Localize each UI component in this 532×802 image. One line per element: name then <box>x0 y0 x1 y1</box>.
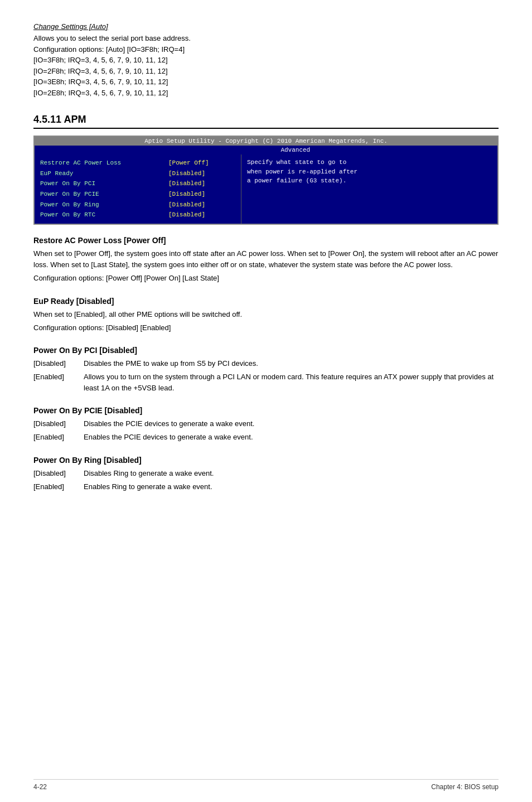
definition-row-4-1: [Enabled]Enables Ring to generate a wake… <box>33 481 499 492</box>
top-line-6: [IO=2E8h; IRQ=3, 4, 5, 6, 7, 9, 10, 11, … <box>33 88 499 99</box>
bios-value-5: [Disabled] <box>168 210 235 220</box>
bios-value-0: [Power Off] <box>168 158 235 168</box>
def-term-4-1: [Enabled] <box>33 481 84 492</box>
content-section-power-on-pcie: Power On By PCIE [Disabled][Disabled]Dis… <box>33 406 499 443</box>
bios-tab-bar: Advanced <box>35 146 497 154</box>
section-heading-eup-ready: EuP Ready [Disabled] <box>33 297 499 306</box>
content-section-power-on-ring: Power On By Ring [Disabled][Disabled]Dis… <box>33 456 499 492</box>
section-para-0-0: When set to [Power Off], the system goes… <box>33 248 499 270</box>
section-heading-power-on-pci: Power On By PCI [Disabled] <box>33 346 499 355</box>
top-section: Change Settings [Auto] Allows you to sel… <box>33 22 499 98</box>
section-heading-restore-ac: Restore AC Power Loss [Power Off] <box>33 236 499 245</box>
bios-left-item-3[interactable]: Power On By PCIE <box>40 189 157 200</box>
bios-value-2: [Disabled] <box>168 178 235 189</box>
definition-row-3-1: [Enabled]Enables the PCIE devices to gen… <box>33 432 499 443</box>
definition-list-power-on-pci: [Disabled]Disables the PME to wake up fr… <box>33 358 499 394</box>
section-para-0-1: Configuration options: [Power Off] [Powe… <box>33 273 499 284</box>
def-desc-3-0: Disables the PCIE devices to generate a … <box>84 418 499 429</box>
content-section-power-on-pci: Power On By PCI [Disabled][Disabled]Disa… <box>33 346 499 394</box>
bios-tab: Advanced <box>280 147 310 153</box>
bios-left-panel: Restrore AC Power Loss EuP Ready Power O… <box>35 154 163 224</box>
def-desc-3-1: Enables the PCIE devices to generate a w… <box>84 432 499 443</box>
definition-row-2-1: [Enabled]Allows you to turn on the syste… <box>33 371 499 394</box>
top-line-4: [IO=2F8h; IRQ=3, 4, 5, 6, 7, 9, 10, 11, … <box>33 66 499 77</box>
bios-left-item-2[interactable]: Power On By PCI <box>40 178 157 189</box>
page-footer: 4-22 Chapter 4: BIOS setup <box>33 779 499 791</box>
def-desc-2-1: Allows you to turn on the system through… <box>84 371 499 394</box>
bios-value-3: [Disabled] <box>168 189 235 200</box>
def-desc-4-0: Disables Ring to generate a wake event. <box>84 468 499 479</box>
definition-row-2-0: [Disabled]Disables the PME to wake up fr… <box>33 358 499 369</box>
section-heading-power-on-pcie: Power On By PCIE [Disabled] <box>33 406 499 415</box>
top-line-1: Allows you to select the serial port bas… <box>33 33 499 44</box>
definition-row-3-0: [Disabled]Disables the PCIE devices to g… <box>33 418 499 429</box>
bios-content: Restrore AC Power Loss EuP Ready Power O… <box>35 154 497 224</box>
def-term-3-0: [Disabled] <box>33 418 84 429</box>
top-line-3: [IO=3F8h; IRQ=3, 4, 5, 6, 7, 9, 10, 11, … <box>33 55 499 66</box>
def-term-3-1: [Enabled] <box>33 432 84 443</box>
bios-title: Aptio Setup Utility - Copyright (C) 2010… <box>144 138 388 144</box>
section-heading-power-on-ring: Power On By Ring [Disabled] <box>33 456 499 465</box>
bios-right-panel: Specify what state to go towhen power is… <box>241 154 497 224</box>
def-desc-4-1: Enables Ring to generate a wake event. <box>84 481 499 492</box>
bios-help-text: Specify what state to go towhen power is… <box>247 159 357 184</box>
section-heading: 4.5.11 APM <box>33 114 499 129</box>
sections-container: Restore AC Power Loss [Power Off]When se… <box>33 236 499 492</box>
definition-row-4-0: [Disabled]Disables Ring to generate a wa… <box>33 468 499 479</box>
footer-right: Chapter 4: BIOS setup <box>431 783 499 791</box>
top-line-2: Configuration options: [Auto] [IO=3F8h; … <box>33 44 499 55</box>
bios-middle-panel: [Power Off] [Disabled] [Disabled] [Disab… <box>163 154 241 224</box>
bios-ui-box: Aptio Setup Utility - Copyright (C) 2010… <box>33 136 499 225</box>
bios-value-1: [Disabled] <box>168 168 235 179</box>
bios-value-4: [Disabled] <box>168 200 235 210</box>
bios-title-bar: Aptio Setup Utility - Copyright (C) 2010… <box>35 137 497 146</box>
section-para-1-1: Configuration options: [Disabled] [Enabl… <box>33 322 499 334</box>
content-section-eup-ready: EuP Ready [Disabled]When set to [Enabled… <box>33 297 499 334</box>
def-term-4-0: [Disabled] <box>33 468 84 479</box>
def-term-2-0: [Disabled] <box>33 358 84 369</box>
bios-left-item-4[interactable]: Power On By Ring <box>40 200 157 210</box>
section-para-1-0: When set to [Enabled], all other PME opt… <box>33 309 499 320</box>
def-desc-2-0: Disables the PME to wake up from S5 by P… <box>84 358 499 369</box>
bios-left-item-0[interactable]: Restrore AC Power Loss <box>40 158 157 168</box>
def-term-2-1: [Enabled] <box>33 371 84 394</box>
definition-list-power-on-pcie: [Disabled]Disables the PCIE devices to g… <box>33 418 499 443</box>
footer-left: 4-22 <box>33 783 47 791</box>
definition-list-power-on-ring: [Disabled]Disables Ring to generate a wa… <box>33 468 499 492</box>
content-section-restore-ac: Restore AC Power Loss [Power Off]When se… <box>33 236 499 284</box>
bios-left-item-5[interactable]: Power On By RTC <box>40 210 157 220</box>
change-settings-label: Change Settings [Auto] <box>33 22 499 31</box>
top-line-5: [IO=3E8h; IRQ=3, 4, 5, 6, 7, 9, 10, 11, … <box>33 76 499 88</box>
bios-left-item-1[interactable]: EuP Ready <box>40 168 157 179</box>
